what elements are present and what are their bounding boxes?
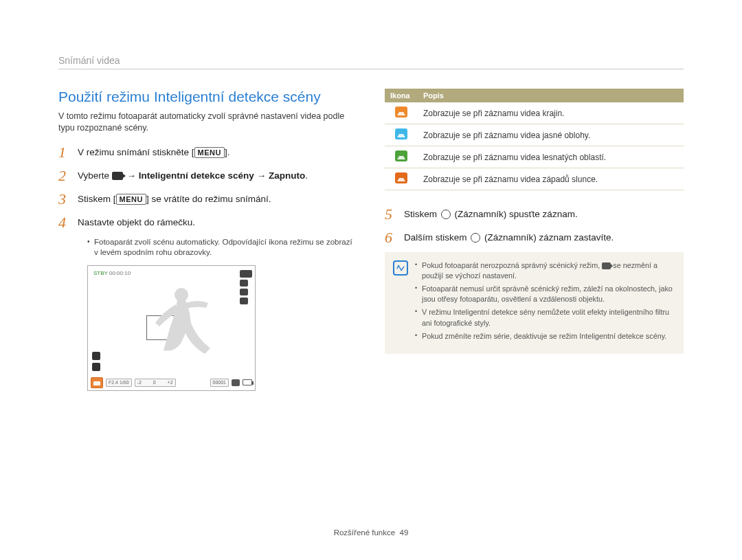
- row-desc: Zobrazuje se při záznamu videa západů sl…: [418, 168, 684, 190]
- menu-button-icon: MENU: [194, 147, 225, 158]
- card-icon: [232, 379, 240, 386]
- step-4: 4 Nastavte objekt do rámečku.: [58, 214, 357, 230]
- note-item: Fotoaparát nemusí určit správně scénický…: [415, 284, 674, 304]
- stby-time: 00:00:10: [109, 270, 131, 276]
- step4-sub: Fotoaparát zvolí scénu automaticky. Odpo…: [87, 237, 357, 258]
- page-heading: Použití režimu Inteligentní detekce scén…: [58, 89, 357, 105]
- note-icon: [393, 260, 408, 276]
- counter-chip: 00001: [210, 379, 229, 387]
- sky-icon: [395, 128, 407, 139]
- record-button-icon: [441, 210, 451, 219]
- quality-icon: [240, 280, 248, 287]
- step2-arrow2: →: [254, 170, 269, 181]
- intro-text: V tomto režimu fotoaparát automaticky zv…: [58, 111, 357, 134]
- video-mode-icon: [602, 262, 611, 269]
- note-item: V režimu Inteligentní detekce sény nemůž…: [415, 307, 674, 328]
- shake-icon: [92, 352, 100, 360]
- svg-point-0: [175, 288, 188, 302]
- step4-text: Nastavte objekt do rámečku.: [78, 214, 195, 229]
- page-footer: Rozšířené funkce 49: [0, 528, 742, 537]
- table-row: Zobrazuje se při záznamu videa lesnatých…: [385, 146, 684, 168]
- step-number: 3: [58, 190, 78, 207]
- record-button-icon: [471, 233, 480, 243]
- exposure-chip: F2.4 1/60: [106, 379, 132, 387]
- step2-b2: Zapnuto: [269, 170, 305, 181]
- step-number: 6: [385, 229, 404, 245]
- battery-icon: [243, 379, 252, 385]
- section-label: Snímání videa: [58, 55, 684, 69]
- step6-pre: Dalším stiskem: [404, 232, 469, 243]
- step-number: 1: [58, 144, 78, 160]
- camera-preview: STBY 00:00:10: [87, 265, 256, 391]
- right-column: Ikona Popis Zobrazuje se při záznamu vid…: [385, 89, 684, 391]
- step3-pre: Stiskem [: [78, 194, 116, 204]
- landscape-icon: [395, 107, 407, 117]
- note-box: Pokud fotoaparát nerozpozná správný scén…: [385, 252, 684, 354]
- step2-end: .: [305, 170, 308, 181]
- table-row: Zobrazuje se při záznamu videa jasné obl…: [385, 124, 684, 146]
- stby-label: STBY: [93, 270, 108, 276]
- step-number: 4: [58, 214, 78, 230]
- step5-pre: Stiskem: [404, 209, 440, 219]
- step3-post: ] se vrátíte do režimu snímání.: [146, 194, 271, 204]
- step2-arrow1: →: [127, 170, 139, 181]
- sunset-icon: [395, 172, 407, 183]
- step1-pre: V režimu snímání stiskněte [: [78, 147, 194, 157]
- scene-mode-icon: [91, 377, 103, 388]
- step-5: 5 Stiskem (Záznamník) spusťte záznam.: [385, 205, 684, 222]
- stabilizer-icon: [240, 298, 248, 304]
- step-6: 6 Dalším stiskem (Záznamník) záznam zast…: [385, 229, 684, 245]
- scene-icon-table: Ikona Popis Zobrazuje se při záznamu vid…: [385, 89, 684, 190]
- step-1: 1 V režimu snímání stiskněte [MENU].: [58, 144, 357, 160]
- step-number: 5: [385, 205, 404, 222]
- th-desc: Popis: [418, 89, 684, 102]
- step6-mid: (Záznamník) záznam zastavíte.: [482, 232, 614, 243]
- video-mode-icon: [112, 172, 123, 180]
- row-desc: Zobrazuje se při záznamu videa krajin.: [418, 102, 684, 124]
- step-number: 2: [58, 167, 78, 183]
- left-column: Použití režimu Inteligentní detekce scén…: [58, 89, 357, 391]
- note-item: Pokud fotoaparát nerozpozná správný scén…: [415, 260, 674, 281]
- ev-scale: -20+2: [135, 379, 176, 387]
- resolution-icon: [240, 270, 252, 278]
- row-desc: Zobrazuje se při záznamu videa lesnatých…: [418, 146, 684, 168]
- table-row: Zobrazuje se při záznamu videa krajin.: [385, 102, 684, 124]
- step5-mid: (Záznamník) spusťte záznam.: [452, 209, 578, 219]
- preview-bottom-bar: F2.4 1/60 -20+2 00001: [88, 375, 255, 390]
- th-icon: Ikona: [385, 89, 418, 102]
- step2-b1: Inteligentní detekce scény: [139, 170, 254, 181]
- dancer-image: [143, 285, 218, 368]
- note-item: Pokud změníte režim série, deaktivuje se…: [415, 331, 674, 341]
- step1-post: ].: [225, 147, 230, 157]
- fps-icon: [240, 289, 248, 295]
- table-row: Zobrazuje se při záznamu videa západů sl…: [385, 168, 684, 190]
- forest-icon: [395, 150, 407, 161]
- menu-button-icon: MENU: [116, 194, 146, 205]
- step-2: 2 Vyberte → Inteligentní detekce scény →…: [58, 167, 357, 183]
- step2-pre: Vyberte: [78, 170, 112, 181]
- row-desc: Zobrazuje se při záznamu videa jasné obl…: [418, 124, 684, 146]
- mic-icon: [92, 363, 100, 371]
- step-3: 3 Stiskem [MENU] se vrátíte do režimu sn…: [58, 190, 357, 207]
